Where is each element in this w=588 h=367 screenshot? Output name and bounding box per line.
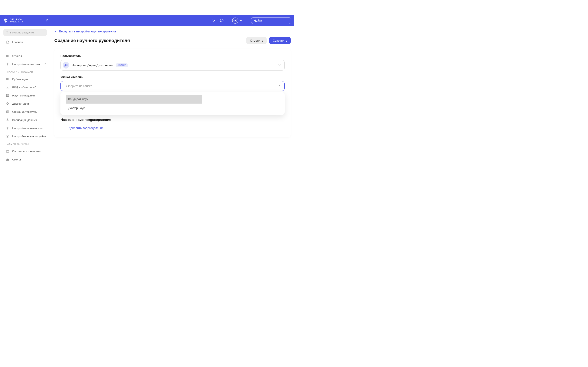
sidebar-item-label: Отчеты [12,54,22,58]
svg-rect-18 [7,94,8,97]
back-link[interactable]: Вернуться в настройки науч. инструментов [54,30,117,33]
user-avatar-initials: ДН [63,62,69,68]
search-icon [6,31,9,34]
logo[interactable]: SECHENOV UNIVERSITY [3,18,23,24]
user-select[interactable]: ДН Нестерова Дарья Дмитриевна ABA873 [61,60,285,71]
settings-sliders-button[interactable] [209,17,217,24]
gear-icon [6,126,9,130]
avatar [232,17,238,24]
sidebar-item-science-tools-settings[interactable]: Настройки научных инстр. [2,124,49,132]
sidebar-item-label: Списки литературы [12,110,37,113]
help-button[interactable] [218,17,225,24]
degree-dropdown: Кандидат наук Доктор наук [61,92,285,115]
logo-icon [3,18,9,24]
sidebar-item-literature[interactable]: Списки литературы [2,108,49,116]
sidebar-section-science: НАУКА И ИННОВАЦИИ [2,68,49,75]
sidebar-item-analytics-settings[interactable]: Настройки аналитики [2,60,49,68]
svg-point-26 [7,136,8,137]
svg-point-7 [213,21,214,21]
home-icon [6,40,9,44]
svg-point-15 [7,64,8,64]
global-search-input[interactable] [254,19,290,22]
award-icon [6,85,9,89]
sliders-icon [211,19,215,22]
books-icon [6,94,9,97]
sidebar-item-label: Публикации [12,78,28,81]
svg-point-25 [7,128,8,128]
user-menu[interactable] [232,17,242,24]
field-label-degree: Ученая степень [61,75,285,79]
sidebar: Главная Отчеты Настройки аналитики НАУКА… [0,26,50,184]
sidebar-item-home[interactable]: Главная [2,38,49,46]
sidebar-item-reports[interactable]: Отчеты [2,52,49,60]
page-title: Создание научного руководителя [54,38,130,43]
sidebar-item-science-accounting[interactable]: Настройки научного учёта [2,132,49,140]
graduation-icon [6,102,9,105]
header-divider [206,18,206,24]
add-department-button[interactable]: Добавить подразделение [61,126,104,130]
degree-select[interactable]: Выберите из списка [61,81,285,91]
sidebar-item-publications[interactable]: Публикации [2,75,49,83]
sidebar-item-dissertations[interactable]: Диссертации [2,100,49,108]
sidebar-section-admin: АДМИН. СЕРВИСЫ [2,140,49,147]
briefcase-icon [6,150,9,153]
save-button[interactable]: Сохранить [269,37,291,44]
degree-option-doctor[interactable]: Доктор наук [66,104,279,113]
sidebar-item-label: Научные издания [12,94,35,97]
header-divider-3 [246,18,246,24]
sidebar-item-label: Сметы [12,158,21,161]
chevron-down-icon [278,63,281,67]
svg-point-0 [4,20,6,21]
chevron-down-icon [240,19,242,22]
departments-section-title: Назначенные подразделения [61,118,285,122]
svg-point-6 [212,20,212,20]
bank-icon [6,158,9,161]
list-icon [6,110,9,114]
pin-toggle[interactable] [45,18,49,23]
sidebar-item-label: Настройки аналитики [12,63,40,66]
plus-icon [63,126,67,130]
main-content: Вернуться в настройки науч. инструментов… [50,26,294,184]
degree-option-candidate[interactable]: Кандидат наук [66,95,279,104]
svg-point-8 [214,20,215,21]
sidebar-item-label: Настройки научных инстр. [12,127,46,130]
sidebar-item-label: РИД и объекты ИС [12,86,36,89]
cancel-button[interactable]: Отменить [246,37,267,44]
sidebar-search-input[interactable] [10,31,44,34]
top-spacer [0,0,294,15]
add-department-label: Добавить подразделение [69,126,104,130]
app-header: SECHENOV UNIVERSITY [0,15,294,26]
svg-point-13 [6,31,8,33]
book-icon [6,54,9,58]
header-divider-2 [229,18,229,24]
svg-rect-17 [7,94,7,97]
field-label-user: Пользователь [61,54,285,58]
sidebar-item-label: Партнеры и заказчики [12,150,41,153]
sidebar-item-estimates[interactable]: Сметы [2,155,49,164]
sidebar-item-rid[interactable]: РИД и объекты ИС [2,83,49,91]
sidebar-item-label: Диссертации [12,102,29,105]
degree-placeholder: Выберите из списка [64,83,93,89]
sidebar-item-label: Главная [12,41,23,44]
svg-point-1 [6,20,7,21]
book-icon [6,77,9,81]
sidebar-search[interactable] [3,29,47,36]
svg-rect-19 [8,95,9,97]
pin-icon [45,18,49,22]
back-link-label: Вернуться в настройки науч. инструментов [59,30,117,33]
svg-rect-27 [6,151,9,152]
user-selected-name: Нестерова Дарья Дмитриевна [72,64,113,67]
sidebar-item-partners[interactable]: Партнеры и заказчики [2,147,49,155]
global-search[interactable] [251,17,291,24]
svg-line-14 [8,33,8,33]
sidebar-item-label: Настройки научного учёта [12,135,46,138]
gear-icon [6,62,9,66]
svg-point-24 [7,119,8,120]
logo-text-2: UNIVERSITY [10,21,23,23]
chevron-up-icon [278,84,281,88]
sidebar-item-validation[interactable]: Валидация данных [2,116,49,124]
svg-point-16 [7,86,8,87]
sidebar-item-label: Валидация данных [12,118,37,122]
chevron-down-icon [43,62,46,66]
sidebar-item-journals[interactable]: Научные издания [2,91,49,100]
